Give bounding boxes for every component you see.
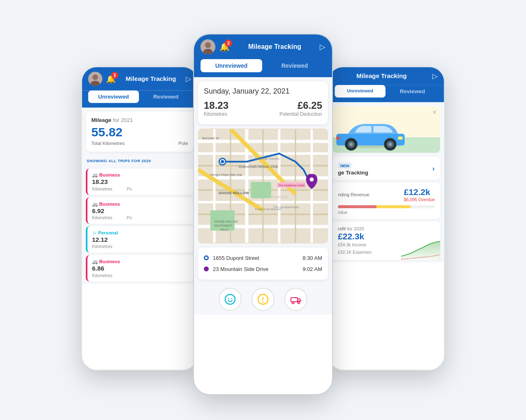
avatar bbox=[88, 71, 102, 85]
svg-text:GOOSE HOLLOW: GOOSE HOLLOW bbox=[215, 220, 238, 223]
svg-text:SOUTHWEST: SOUTHWEST bbox=[215, 224, 233, 227]
trip-km: 12.12 bbox=[92, 236, 189, 243]
left-phone-body: Mileage for 2021 55.82 Total Kilometres … bbox=[82, 108, 197, 284]
car-banner: ✕ bbox=[332, 106, 440, 153]
tracking-label: ge Tracking bbox=[338, 169, 368, 175]
notification-bell[interactable]: 🔔 2 bbox=[106, 74, 116, 83]
svg-point-4 bbox=[205, 42, 211, 48]
new-badge: NEW bbox=[338, 163, 352, 168]
trip-type: ☺ Personal bbox=[92, 230, 189, 235]
send-icon[interactable]: ▷ bbox=[320, 42, 325, 51]
svg-point-45 bbox=[228, 298, 229, 299]
due-label: ndue bbox=[338, 210, 435, 214]
new-tracking-content: NEW ge Tracking bbox=[338, 161, 368, 175]
map-container: Burnside St Powell's City of Books Nong'… bbox=[198, 129, 328, 243]
start-address: 1655 Dupont Street bbox=[213, 255, 298, 261]
summary-card: Mileage for 2021 55.82 Total Kilometres … bbox=[86, 111, 194, 151]
tab-reviewed[interactable]: Reviewed bbox=[387, 85, 438, 97]
left-phone-header: 🔔 2 Mileage Tracking ▷ bbox=[82, 67, 197, 90]
total-km-label: Total Kilometres bbox=[91, 140, 125, 146]
svg-point-46 bbox=[231, 298, 233, 299]
notification-badge: 2 bbox=[111, 71, 118, 78]
center-tab-bar: Unreviewed Reviewed bbox=[194, 59, 332, 77]
new-tracking-card[interactable]: NEW ge Tracking › bbox=[332, 156, 440, 180]
revenue-row: nding Revenue £12.2k $6,095 Overdue bbox=[338, 187, 435, 202]
svg-point-49 bbox=[263, 301, 264, 302]
trip-item-4[interactable]: 🚐 Business 6.86 Kilometres bbox=[86, 255, 194, 282]
warning-icon-button[interactable] bbox=[251, 288, 275, 311]
right-phone-body: ✕ NEW ge Tracking › nding Revenue £12.2k… bbox=[328, 102, 444, 262]
progress-bar bbox=[338, 205, 435, 208]
svg-rect-48 bbox=[263, 297, 263, 300]
trip-km-label: Kilometres bbox=[92, 273, 189, 278]
end-dot bbox=[204, 266, 209, 271]
end-time: 9:02 AM bbox=[302, 266, 322, 272]
route-end: 23 Mountain Side Drive 9:02 AM bbox=[204, 264, 322, 275]
route-info: 1655 Dupont Street 8:30 AM 23 Mountain S… bbox=[198, 248, 328, 280]
potential-label: Pote bbox=[178, 140, 188, 146]
car-image bbox=[332, 116, 411, 153]
svg-point-44 bbox=[225, 294, 235, 304]
chevron-right-icon[interactable]: › bbox=[432, 164, 435, 172]
tab-bar: Unreviewed Reviewed bbox=[82, 90, 197, 108]
tab-unreviewed[interactable]: Unreviewed bbox=[201, 59, 262, 72]
svg-text:HILLS: HILLS bbox=[220, 228, 228, 231]
revenue-label: nding Revenue bbox=[338, 192, 369, 197]
profit-card: rofit for 2020 £22.3k £54.3k Income £32.… bbox=[332, 221, 440, 260]
map-background: Burnside St Powell's City of Books Nong'… bbox=[198, 129, 328, 243]
svg-rect-50 bbox=[291, 298, 298, 302]
notification-badge: 2 bbox=[225, 39, 232, 47]
km-stat: 18.23 bbox=[204, 100, 228, 111]
notification-bell[interactable]: 🔔 2 bbox=[219, 42, 230, 52]
tab-reviewed[interactable]: Reviewed bbox=[141, 90, 191, 103]
summary-title: Mileage for 2021 bbox=[91, 117, 188, 123]
trip-type: 🚐 Business bbox=[92, 259, 189, 264]
svg-text:Portland: Portland bbox=[271, 194, 288, 199]
right-tab-bar: Unreviewed Reviewed bbox=[328, 85, 444, 102]
tab-unreviewed[interactable]: Unreviewed bbox=[335, 85, 386, 97]
revenue-amount: £12.2k bbox=[404, 187, 435, 197]
revenue-card: nding Revenue £12.2k $6,095 Overdue ndue bbox=[332, 182, 440, 219]
header-title: Mileage Tracking bbox=[335, 72, 429, 79]
stats-row: 18.23 Kilometres £6.25 Potential Deducti… bbox=[204, 100, 322, 117]
svg-point-52 bbox=[298, 301, 300, 303]
header-title: Mileage Tracking bbox=[120, 75, 182, 82]
progress-yellow bbox=[376, 205, 410, 208]
center-phone-header: 🔔 2 Mileage Tracking ▷ bbox=[194, 34, 332, 59]
svg-rect-24 bbox=[251, 182, 271, 198]
showing-label: SHOWING ALL TRIPS FOR 2020 bbox=[82, 156, 197, 166]
center-phone: 🔔 2 Mileage Tracking ▷ Unreviewed Review… bbox=[193, 34, 333, 395]
smiley-icon-button[interactable] bbox=[219, 288, 242, 311]
trip-type: 🚐 Business bbox=[92, 201, 189, 207]
svg-text:GOOSE HOLLOW: GOOSE HOLLOW bbox=[218, 190, 249, 195]
trip-item-1[interactable]: 🚐 Business 18.23 Kilometres Po bbox=[86, 168, 194, 195]
trip-item-2[interactable]: 🚐 Business 6.92 Kilometres Po bbox=[86, 197, 194, 224]
km-label: Kilometres bbox=[204, 111, 228, 117]
date-text: Sunday, January 22, 2021 bbox=[204, 87, 322, 96]
right-phone-header: Mileage Tracking ▷ bbox=[328, 67, 444, 85]
svg-text:Nong's Khao Man Gai: Nong's Khao Man Gai bbox=[210, 173, 242, 177]
trip-km-label: Kilometres Po bbox=[92, 215, 189, 220]
total-km: 55.82 bbox=[91, 125, 188, 139]
center-phone-body: Sunday, January 22, 2021 18.23 Kilometre… bbox=[194, 77, 332, 315]
svg-text:Blue Star Donuts: Blue Star Donuts bbox=[255, 156, 279, 160]
right-phone: Mileage Tracking ▷ Unreviewed Reviewed bbox=[328, 66, 445, 370]
tab-unreviewed[interactable]: Unreviewed bbox=[88, 90, 139, 103]
profit-title: rofit for 2020 bbox=[338, 226, 435, 232]
svg-point-29 bbox=[310, 177, 314, 181]
trip-km: 6.86 bbox=[92, 265, 189, 272]
close-button[interactable]: ✕ bbox=[432, 109, 437, 115]
start-time: 8:30 AM bbox=[302, 255, 322, 261]
svg-rect-62 bbox=[336, 136, 339, 140]
truck-icon-button[interactable] bbox=[284, 288, 307, 311]
progress-red bbox=[338, 205, 376, 208]
send-icon[interactable]: ▷ bbox=[186, 74, 191, 83]
tab-reviewed[interactable]: Reviewed bbox=[264, 59, 325, 72]
trip-km: 6.92 bbox=[92, 207, 189, 214]
svg-text:Burnside St: Burnside St bbox=[202, 136, 219, 140]
trip-km-label: Kilometres Po bbox=[92, 186, 189, 191]
header-title: Mileage Tracking bbox=[234, 43, 316, 50]
revenue-overdue: $6,095 Overdue bbox=[404, 197, 435, 202]
send-icon[interactable]: ▷ bbox=[432, 71, 438, 80]
trip-item-3[interactable]: ☺ Personal 12.12 Kilometres bbox=[86, 226, 194, 253]
